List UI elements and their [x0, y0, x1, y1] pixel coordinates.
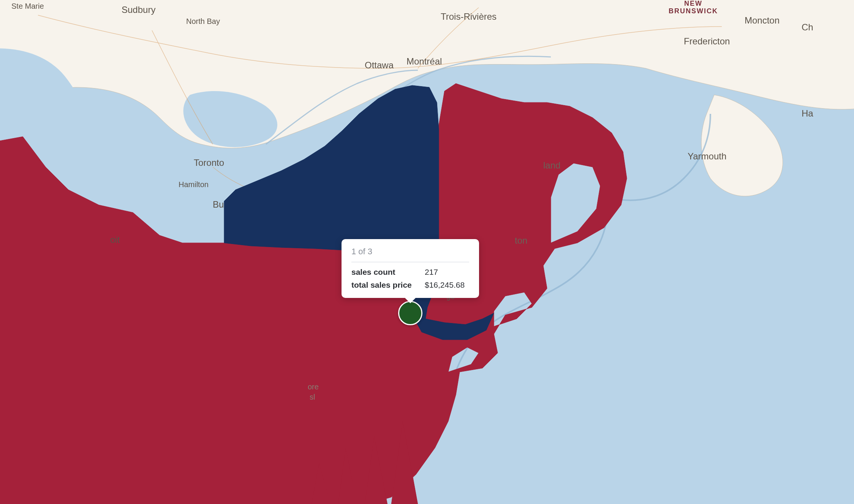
marker-tooltip: 1 of 3 sales count 217 total sales price…	[342, 239, 479, 298]
tooltip-page-indicator: 1 of 3	[351, 247, 469, 262]
tooltip-label: sales count	[351, 268, 418, 277]
map-viewport[interactable]: Ste Marie Sudbury North Bay Trois-Rivièr…	[0, 0, 854, 504]
overlay-us-red[interactable]	[0, 83, 627, 504]
tooltip-value: 217	[425, 268, 438, 277]
tooltip-row-sales-count: sales count 217	[351, 268, 469, 277]
land-nova-scotia	[701, 95, 783, 196]
tooltip-row-total-sales-price: total sales price $16,245.68	[351, 280, 469, 290]
tooltip-value: $16,245.68	[425, 280, 465, 290]
sales-marker[interactable]	[398, 301, 422, 325]
tooltip-label: total sales price	[351, 280, 418, 290]
